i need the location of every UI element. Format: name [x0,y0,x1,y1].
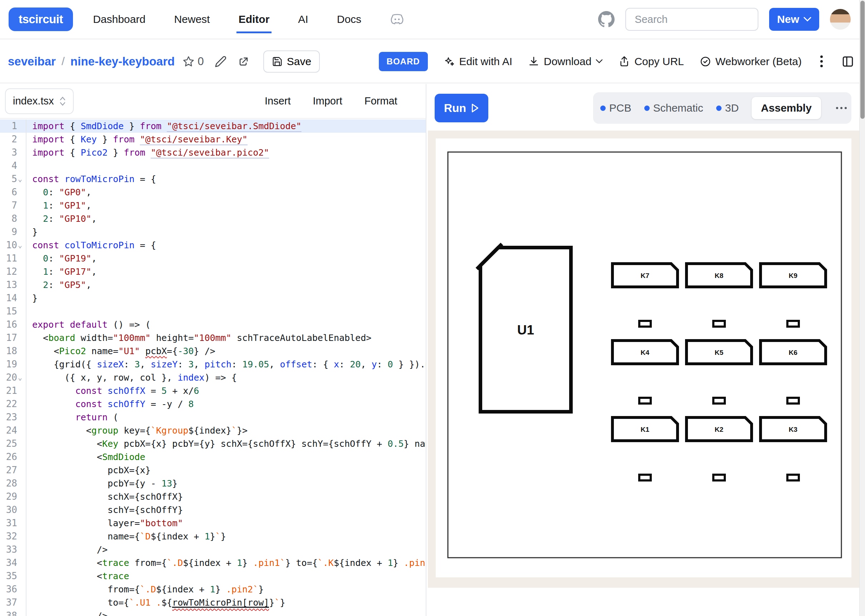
page-scrollbar[interactable] [859,0,865,616]
code-editor[interactable]: 1import { SmdDiode } from "@tsci/seveiba… [0,119,426,616]
kebab-menu-icon[interactable] [818,54,826,69]
tab-label: Schematic [653,102,703,114]
code-text: <board width="100mm" height="100mm" schT… [32,331,371,344]
menu-import[interactable]: Import [313,95,342,107]
code-line[interactable]: 32 name={`D${index + 1}`} [0,530,426,543]
columns-layout-icon[interactable] [841,55,854,68]
code-line[interactable]: 28 pcbY={y - 13} [0,477,426,490]
code-text: ({ x, y, row, col }, index) => { [32,371,237,384]
edit-with-ai-button[interactable]: Edit with AI [444,55,512,68]
line-number: 20 [0,371,17,384]
save-button[interactable]: Save [263,50,320,72]
code-line[interactable]: 13 2: "GP5", [0,278,426,292]
nav-item-docs[interactable]: Docs [337,13,361,25]
ellipsis-icon[interactable] [834,105,849,111]
download-button[interactable]: Download [528,55,603,68]
diode[interactable] [787,475,799,481]
view-tab-assembly[interactable]: Assembly [752,97,821,119]
menu-insert[interactable]: Insert [265,95,291,107]
code-line[interactable]: 31 layer="bottom" [0,517,426,530]
line-number: 4 [0,159,17,173]
copy-url-button[interactable]: Copy URL [619,55,684,68]
code-line[interactable]: 16export default () => ( [0,318,426,331]
nav-item-dashboard[interactable]: Dashboard [93,13,146,25]
code-line[interactable]: 9} [0,225,426,239]
code-line[interactable]: 20⌄ ({ x, y, row, col }, index) => { [0,371,426,384]
code-line[interactable]: 33 /> [0,543,426,556]
view-tab-schematic[interactable]: Schematic [644,102,703,114]
code-line[interactable]: 26 <SmdDiode [0,450,426,464]
code-line[interactable]: 15 [0,305,426,318]
code-line[interactable]: 14} [0,292,426,305]
key-label: K6 [789,349,797,356]
fold-chevron-icon[interactable]: ⌄ [18,239,22,252]
diode[interactable] [787,321,799,327]
code-line[interactable]: 12 1: "GP17", [0,265,426,278]
code-line[interactable]: 34 <trace from={`.D${index + 1} .pin1`} … [0,556,426,569]
code-line[interactable]: 8 2: "GP10", [0,212,426,225]
code-line[interactable]: 29 schX={schOffX} [0,490,426,503]
assembly-canvas[interactable]: U1K7K8K9K4K5K6K1K2K3 [436,138,851,577]
code-line[interactable]: 24 <group key={`Kgroup${index}`}> [0,424,426,437]
breadcrumb-project[interactable]: nine-key-keyboard [71,55,175,68]
nav-item-editor[interactable]: Editor [239,13,270,25]
nav-item-ai[interactable]: AI [298,13,308,25]
code-line[interactable]: 25 <Key pcbX={x} pcbY={y} schX={schOffX}… [0,437,426,450]
code-text: pcbY={y - 13} [32,477,177,490]
preview-toolbar: Run PCBSchematic3DAssembly [426,84,859,130]
code-line[interactable]: 37 to={`.U1 .${rowToMicroPin[row]}`} [0,596,426,609]
code-line[interactable]: 36 from={`.D${index + 1} .pin2`} [0,583,426,596]
fold-chevron-icon[interactable]: ⌄ [18,173,22,185]
code-line[interactable]: 5⌄const rowToMicroPin = { [0,173,426,185]
code-line[interactable]: 27 pcbX={x} [0,464,426,477]
webworker-toggle[interactable]: Webworker (Beta) [700,55,802,68]
code-line[interactable]: 19 {grid({ sizeX: 3, sizeY: 3, pitch: 19… [0,358,426,371]
save-icon [272,56,283,67]
code-line[interactable]: 6 0: "GP0", [0,185,426,199]
code-line[interactable]: 11 0: "GP19", [0,252,426,265]
search-input[interactable] [625,8,758,31]
avatar[interactable] [830,9,851,30]
breadcrumb-owner[interactable]: seveibar [8,55,56,68]
code-line[interactable]: 1import { SmdDiode } from "@tsci/seveiba… [0,119,426,133]
diode[interactable] [713,475,725,481]
nav-item-newest[interactable]: Newest [174,13,210,25]
file-selector[interactable]: index.tsx [5,88,74,114]
view-tab-pcb[interactable]: PCB [600,102,631,114]
diode[interactable] [639,475,651,481]
code-line[interactable]: 30 schY={schOffY} [0,503,426,517]
scrollbar-thumb[interactable] [860,1,865,119]
code-line[interactable]: 2import { Key } from "@tsci/seveibar.Key… [0,133,426,146]
code-text: 1: "GP17", [32,265,97,278]
code-line[interactable]: 3import { Pico2 } from "@tsci/seveibar.p… [0,146,426,159]
share-icon[interactable] [237,55,250,68]
new-button[interactable]: New [769,8,819,31]
diode[interactable] [713,321,725,327]
board-badge[interactable]: BOARD [379,52,428,71]
code-line[interactable]: 4 [0,159,426,173]
code-line[interactable]: 17 <board width="100mm" height="100mm" s… [0,331,426,344]
tscircuit-logo[interactable]: tscircuit [9,8,73,31]
code-line[interactable]: 18 <Pico2 name="U1" pcbX={-30} /> [0,344,426,358]
diode[interactable] [713,398,725,404]
code-line[interactable]: 10⌄const colToMicroPin = { [0,239,426,252]
discord-icon[interactable] [390,13,404,25]
fold-chevron-icon[interactable]: ⌄ [18,371,22,384]
github-icon[interactable] [598,11,615,28]
code-line[interactable]: 7 1: "GP1", [0,199,426,212]
code-line[interactable]: 22 const schOffY = -y / 8 [0,398,426,411]
line-number: 24 [0,424,17,437]
code-line[interactable]: 35 <trace [0,569,426,583]
diode[interactable] [639,321,651,327]
menu-format[interactable]: Format [364,95,397,107]
diode[interactable] [787,398,799,404]
code-line[interactable]: 23 return ( [0,411,426,424]
view-tab-3d[interactable]: 3D [716,102,739,114]
diode[interactable] [639,398,651,404]
run-button[interactable]: Run [435,94,488,123]
code-line[interactable]: 21 const schOffX = 5 + x/6 [0,384,426,398]
line-number: 16 [0,318,17,331]
code-line[interactable]: 38 /> [0,609,426,616]
star-button[interactable]: 0 [182,55,204,68]
rename-pencil-icon[interactable] [215,55,227,68]
